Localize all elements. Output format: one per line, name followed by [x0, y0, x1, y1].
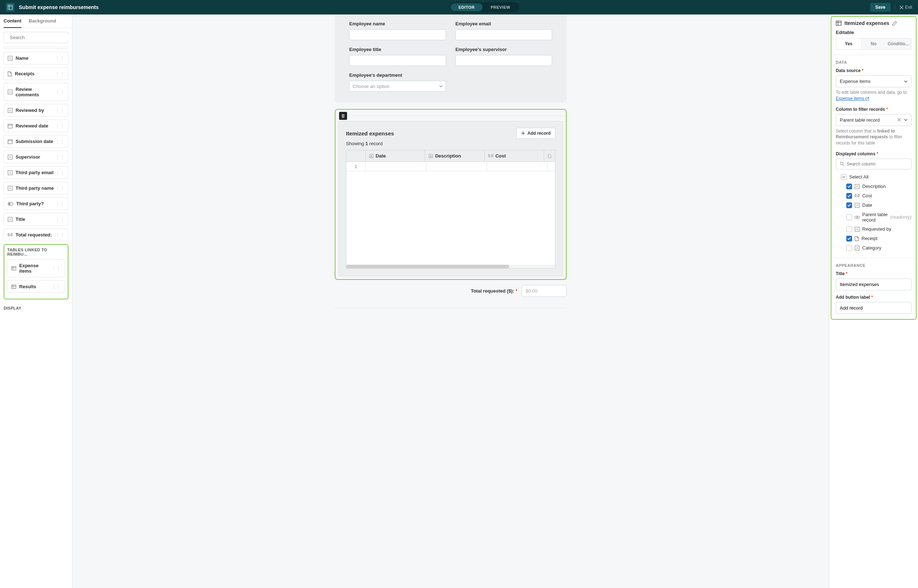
description-cell[interactable]: [426, 162, 487, 171]
table-horizontal-scrollbar[interactable]: [346, 265, 555, 268]
field-item[interactable]: AReviewed by⋮⋮: [3, 104, 68, 116]
field-item[interactable]: AThird party name⋮⋮: [3, 182, 68, 194]
employee-email-input[interactable]: [455, 29, 552, 40]
drag-handle-icon[interactable]: ⋮⋮: [55, 232, 65, 237]
field-item[interactable]: AName⋮⋮: [3, 52, 68, 65]
chevron-down-icon: [904, 119, 907, 121]
field-item[interactable]: Third party?⋮⋮: [3, 197, 68, 210]
select-all-row[interactable]: Select All: [836, 172, 912, 182]
cost-column-header[interactable]: 0.0 Cost: [485, 150, 544, 162]
background-tab[interactable]: Background: [29, 15, 56, 28]
save-button[interactable]: Save: [870, 3, 890, 11]
field-label: Review comments: [16, 87, 55, 97]
table-row[interactable]: 1: [346, 162, 555, 171]
preview-tab[interactable]: PREVIEW: [482, 3, 518, 11]
field-item[interactable]: Receipts⋮⋮: [3, 67, 68, 80]
drag-handle-icon[interactable]: ⋮⋮: [55, 123, 65, 129]
select-all-checkbox[interactable]: [841, 174, 847, 180]
drag-handle-icon[interactable]: ⋮⋮: [55, 55, 65, 61]
total-requested-input[interactable]: $0.00: [522, 285, 567, 297]
drag-handle-icon[interactable]: ⋮⋮: [55, 170, 65, 175]
editor-tab[interactable]: EDITOR: [451, 3, 482, 11]
svg-text:A: A: [370, 155, 372, 158]
data-source-select[interactable]: Expense items: [836, 75, 912, 87]
column-item[interactable]: ⋮⋮0.0Cost: [836, 191, 912, 200]
linked-table-item[interactable]: Expense items⋮⋮: [7, 259, 65, 277]
canvas[interactable]: Employee name Employee email Employee ti…: [73, 15, 829, 588]
employee-name-input[interactable]: [349, 29, 446, 40]
exit-button[interactable]: Exit: [895, 5, 912, 10]
column-search-input[interactable]: [847, 162, 907, 166]
add-button-label-input[interactable]: [836, 302, 912, 314]
top-bar: Submit expense reimbursements EDITOR PRE…: [0, 0, 918, 15]
edit-title-icon[interactable]: [892, 21, 897, 26]
cost-cell[interactable]: [487, 162, 548, 171]
drag-handle-icon[interactable]: ⋮⋮: [836, 184, 844, 189]
field-item[interactable]: ATitle⋮⋮: [3, 213, 68, 226]
extra-column-header[interactable]: [544, 150, 555, 162]
content-tab[interactable]: Content: [3, 15, 21, 28]
svg-point-48: [840, 162, 844, 165]
search-input[interactable]: [10, 35, 71, 40]
column-checkbox[interactable]: [846, 236, 852, 241]
drag-handle-icon[interactable]: ⋮⋮: [836, 215, 844, 220]
column-checkbox[interactable]: [846, 214, 852, 220]
field-item[interactable]: AThird party email⋮⋮: [3, 166, 68, 179]
selected-table-block[interactable]: Itemized expenses Add record Showing 1 r…: [335, 109, 567, 280]
delete-block-button[interactable]: [339, 112, 347, 120]
field-item[interactable]: ASupervisor⋮⋮: [3, 150, 68, 163]
drag-handle-icon[interactable]: ⋮⋮: [52, 266, 61, 271]
supervisor-input[interactable]: [455, 55, 552, 66]
column-item[interactable]: ⋮⋮ADescription: [836, 182, 912, 191]
date-cell[interactable]: [366, 162, 426, 171]
column-item[interactable]: ⋮⋮ADate: [836, 200, 912, 210]
field-item-partial[interactable]: ⋮⋮: [3, 47, 68, 49]
column-checkbox[interactable]: [846, 202, 852, 208]
drag-handle-icon[interactable]: ⋮⋮: [55, 154, 65, 160]
drag-handle-icon[interactable]: ⋮⋮: [836, 227, 844, 231]
drag-handle-icon[interactable]: ⋮⋮: [836, 236, 844, 241]
editable-conditional[interactable]: Conditio…: [886, 39, 911, 49]
employee-title-input[interactable]: [349, 55, 446, 66]
drag-handle-icon[interactable]: ⋮⋮: [836, 193, 844, 198]
drag-handle-icon[interactable]: ⋮⋮: [55, 216, 65, 222]
field-item[interactable]: Reviewed date⋮⋮: [3, 120, 68, 132]
column-item[interactable]: ⋮⋮Receipt: [836, 234, 912, 243]
drag-handle-icon[interactable]: ⋮⋮: [55, 186, 65, 191]
editable-no[interactable]: No: [861, 39, 886, 49]
drag-handle-icon[interactable]: ⋮⋮: [55, 71, 65, 76]
clear-icon[interactable]: [897, 118, 901, 122]
expense-items-link[interactable]: Expense items: [836, 96, 869, 101]
column-item[interactable]: ⋮⋮ACategory: [836, 243, 912, 253]
scrollbar-thumb[interactable]: [346, 265, 509, 268]
title-input[interactable]: [836, 278, 912, 291]
add-record-button[interactable]: Add record: [516, 128, 555, 139]
column-item[interactable]: ⋮⋮ARequested by: [836, 225, 912, 234]
field-item[interactable]: Submission date⋮⋮: [3, 135, 68, 148]
drag-handle-icon[interactable]: ⋮⋮: [52, 284, 61, 289]
drag-handle-icon[interactable]: ⋮⋮: [55, 108, 65, 113]
description-column-header[interactable]: A Description: [425, 150, 484, 162]
drag-handle-icon[interactable]: ⋮⋮: [836, 246, 844, 250]
column-checkbox[interactable]: [846, 184, 852, 189]
drag-handle-icon[interactable]: ⋮⋮: [55, 201, 65, 207]
column-checkbox[interactable]: [846, 245, 852, 251]
field-item[interactable]: 0.0Total requested:⋮⋮: [3, 228, 68, 241]
date-column-header[interactable]: A Date: [366, 150, 425, 162]
sidebar-search[interactable]: [3, 32, 68, 43]
field-item[interactable]: AReview comments⋮⋮: [3, 83, 68, 101]
column-checkbox[interactable]: [846, 226, 852, 232]
extra-cell[interactable]: [548, 162, 555, 171]
filter-column-select[interactable]: Parent table record: [836, 114, 912, 126]
editable-yes[interactable]: Yes: [836, 39, 861, 49]
column-item[interactable]: ⋮⋮Parent table record (readonly): [836, 210, 912, 225]
drag-handle-icon[interactable]: ⋮⋮: [836, 203, 844, 207]
editable-label: Editable: [836, 30, 912, 35]
column-search[interactable]: [836, 158, 912, 170]
department-select[interactable]: Choose an option: [349, 81, 446, 92]
linked-table-item[interactable]: Results⋮⋮: [7, 280, 65, 293]
drag-handle-icon[interactable]: ⋮⋮: [55, 89, 65, 95]
column-checkbox[interactable]: [846, 193, 852, 199]
drag-handle-icon[interactable]: ⋮⋮: [55, 139, 65, 144]
field-label: Third party?: [16, 201, 55, 207]
